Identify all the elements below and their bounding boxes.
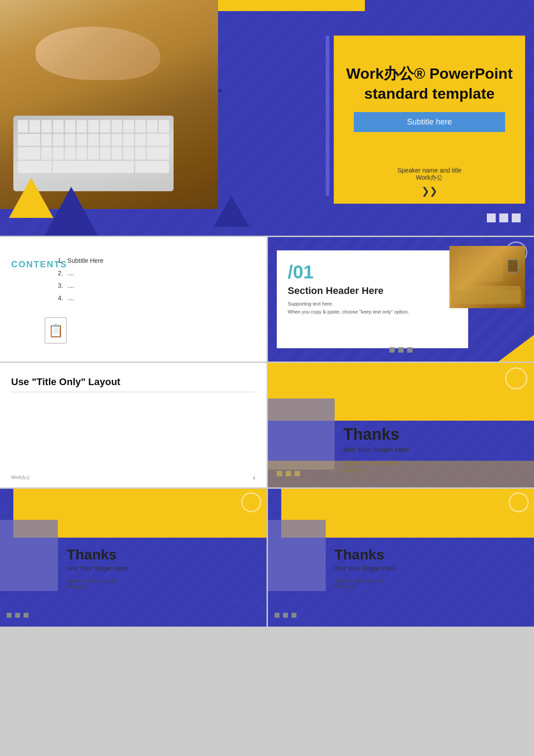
slogan-text: And Your Slogan Here: [335, 565, 396, 572]
slide-7-thanks: Thanks And Your Slogan Here Speaker name…: [268, 489, 534, 627]
subtitle-button[interactable]: Subtitle here: [354, 112, 505, 132]
screen-area: [458, 255, 503, 281]
document-icon: 📋: [44, 317, 67, 344]
slide-5-thanks: Thanks And Your Slogan Here Speaker name…: [268, 363, 534, 487]
contents-item-2: 2. ....: [58, 269, 104, 277]
slide-2-contents: CONTENTS 1. Subtitle Here 2. .... 3. ...…: [0, 237, 267, 362]
keyboard-bar: [452, 290, 523, 306]
circle-decoration: [241, 492, 261, 512]
dot-3: [24, 613, 28, 618]
slide-title: Work办公® PowerPoint standard template: [343, 64, 516, 103]
slogan-text: And Your Slogan Here: [67, 565, 129, 572]
dot-2: [15, 613, 20, 618]
watch-sim: [507, 259, 518, 273]
section-number: /01: [288, 261, 457, 283]
slogan-text: And Your Slogan Here: [344, 446, 409, 453]
slide-6-thanks: Thanks And Your Slogan Here Speaker name…: [0, 489, 267, 627]
speaker-info: Speaker name and title Work办公: [335, 578, 396, 590]
purple-left-block: [268, 398, 335, 470]
slide-1-title: Work办公® PowerPoint standard template Sub…: [0, 0, 534, 236]
thanks-heading: Thanks: [335, 547, 396, 563]
slide-dots: [275, 613, 296, 618]
speaker-label: Speaker name and title: [343, 167, 516, 174]
dot-3: [407, 347, 413, 353]
dot-2: [398, 347, 404, 353]
speaker-area: Speaker name and title Work办公 ❯❯: [334, 160, 525, 204]
circle-decoration: [509, 492, 529, 512]
dot-1: [389, 347, 395, 353]
yellow-bottom-block: [268, 461, 534, 487]
hand-sim: [36, 27, 160, 80]
section-supporting-text: Supporting text here. When you copy & pa…: [288, 300, 457, 316]
speaker-info: Speaker name and title Work办公: [67, 578, 129, 590]
blue-accent-bar: [498, 455, 525, 461]
contents-item-3: 3. ....: [58, 282, 104, 289]
brand-label: Work办公: [343, 174, 516, 182]
section-content-box: /01 Section Header Here Supporting text …: [277, 250, 468, 348]
section-title: Section Header Here: [288, 285, 457, 297]
dot-2: [499, 213, 508, 222]
thanks-heading: Thanks: [344, 425, 409, 444]
laptop-sim: [449, 246, 525, 308]
slide-footer: Work办公: [11, 475, 30, 481]
section-photo: [449, 246, 525, 308]
purple-left-block: [0, 520, 58, 591]
title-box: Work办公® PowerPoint standard template Sub…: [334, 36, 525, 160]
circle-decoration: [505, 367, 527, 390]
thanks-heading: Thanks: [67, 547, 129, 563]
blue-triangle-2: [214, 196, 249, 227]
dot-3: [291, 613, 296, 618]
blue-triangle: [44, 187, 98, 236]
blue-accent-bar: [503, 600, 527, 604]
dot-3: [512, 213, 521, 222]
page-number: 4: [253, 476, 255, 481]
chevron-icon: ❯❯: [343, 185, 516, 197]
yellow-triangle: [498, 335, 534, 362]
slide-title: Use "Title Only" Layout: [11, 376, 120, 388]
purple-left-block: [268, 520, 326, 591]
dot-2: [283, 613, 288, 618]
slide-dots: [7, 613, 28, 618]
dot-1: [487, 213, 496, 222]
dot-1: [275, 613, 279, 618]
contents-item-1: 1. Subtitle Here: [58, 257, 104, 264]
slide-dots: [389, 347, 413, 353]
contents-list: 1. Subtitle Here 2. .... 3. .... 4. ....: [58, 257, 104, 307]
thanks-content: Thanks And Your Slogan Here Speaker name…: [335, 547, 396, 590]
dot-1: [7, 613, 12, 618]
slide-3-section: /01 Section Header Here Supporting text …: [268, 237, 534, 362]
contents-item-4: 4. ....: [58, 294, 104, 302]
slide-4-title-only: Use "Title Only" Layout Work办公 4: [0, 363, 267, 487]
slide-grid: Work办公® PowerPoint standard template Sub…: [0, 0, 534, 756]
title-divider: [11, 392, 256, 392]
right-accent-bar: [326, 36, 329, 196]
blue-accent-bar: [235, 600, 260, 604]
white-dots-decoration: [487, 213, 521, 222]
thanks-content: Thanks And Your Slogan Here Speaker name…: [67, 547, 129, 590]
